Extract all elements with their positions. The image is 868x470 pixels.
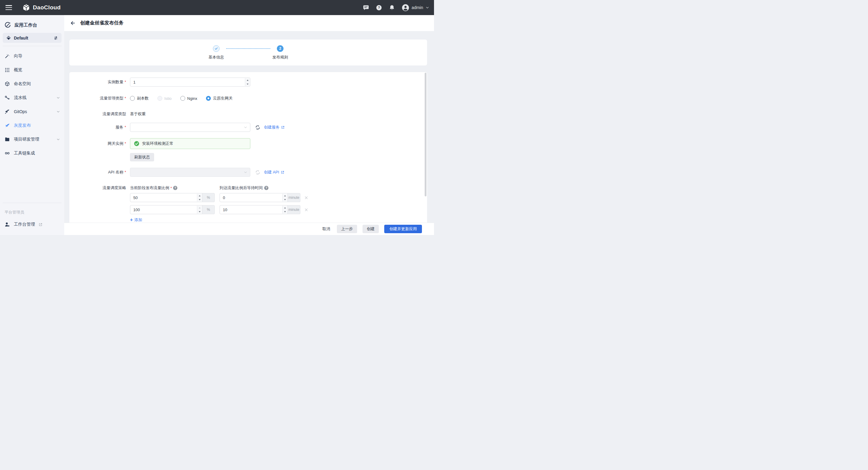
sidebar-item-gitops[interactable]: GitOps [0, 105, 64, 119]
top-navbar: DaoCloud ? admin [0, 0, 434, 15]
spinner-down-icon[interactable] [197, 197, 202, 201]
user-menu[interactable]: admin [402, 4, 429, 11]
notification-bell-icon[interactable] [389, 4, 395, 11]
sidebar-item-project-management[interactable]: 项目研发管理 [0, 132, 64, 146]
cancel-button[interactable]: 取消 [322, 226, 330, 232]
sidebar-item-namespace[interactable]: 命名空间 [0, 77, 64, 91]
spinner-down-icon[interactable] [283, 197, 287, 201]
percent-unit: % [203, 205, 215, 214]
chevron-down-icon [56, 137, 60, 141]
traffic-type-label: 流量管理类型* [69, 94, 126, 103]
plus-icon: + [130, 218, 133, 222]
add-row-link[interactable]: + 添加 [130, 217, 308, 223]
svg-text:?: ? [378, 6, 380, 9]
rocket-icon [4, 109, 10, 114]
refresh-service-icon[interactable] [255, 125, 260, 130]
sidebar-divider [3, 203, 62, 203]
spinner-down-icon[interactable] [283, 210, 287, 214]
radio-cloud-native-gateway[interactable]: 云原生网关 [206, 96, 232, 101]
create-button[interactable]: 创建 [363, 225, 379, 233]
help-icon[interactable]: ? [264, 186, 269, 190]
wait-unit: minute [288, 193, 300, 202]
chevron-down-icon [426, 6, 429, 9]
percent-input-box [130, 205, 203, 214]
help-icon[interactable]: ? [376, 4, 382, 11]
step-label: 发布规则 [272, 55, 288, 60]
help-icon[interactable]: ? [173, 186, 177, 190]
spinner-up-icon[interactable] [283, 206, 287, 210]
bird-icon [4, 123, 10, 128]
schedule-type-label: 流量调度类型 [69, 111, 126, 117]
brand-name: DaoCloud [33, 4, 61, 11]
api-name-label: API 名称* [69, 168, 126, 177]
create-and-update-button[interactable]: 创建并更新应用 [384, 225, 422, 233]
refresh-api-icon [255, 170, 260, 175]
stepper-card: 基本信息 2 发布规则 [69, 39, 427, 65]
brand-logo: DaoCloud [22, 4, 61, 11]
radio-icon [130, 96, 135, 101]
external-link-icon [281, 170, 284, 174]
create-api-link[interactable]: 创建 API [264, 169, 284, 175]
external-link-icon [39, 223, 42, 226]
hamburger-menu-icon[interactable] [5, 5, 12, 10]
sidebar-item-wizard[interactable]: 向导 [0, 49, 64, 63]
required-asterisk: * [125, 94, 126, 103]
required-asterisk: * [125, 123, 126, 132]
wait-input[interactable] [220, 206, 287, 214]
strategy-percent-header: 当前阶段发布流量比例 * ? [130, 185, 220, 191]
sidebar-item-label: 工具链集成 [14, 151, 35, 156]
refresh-status-button[interactable]: 刷新状态 [130, 153, 154, 161]
wand-icon [4, 53, 10, 59]
scrollbar-thumb[interactable] [425, 73, 427, 196]
required-asterisk: * [125, 168, 126, 177]
strategy-wait-header: 到达流量比例后等待时间 ? [220, 185, 269, 191]
sidebar-title: 应用工作台 [14, 22, 37, 28]
grid-dots-icon [4, 67, 10, 73]
workspace-selector[interactable]: Default [3, 33, 62, 43]
chevron-down-icon [244, 170, 247, 174]
required-asterisk: * [125, 77, 126, 87]
instances-input[interactable] [130, 78, 250, 86]
sidebar-item-label: 工作台管理 [14, 222, 35, 227]
traffic-type-radio-group: 副本数 Istio Nginx 云原生网关 [130, 94, 232, 103]
spinner-up-icon[interactable] [283, 194, 287, 197]
service-select[interactable] [130, 123, 250, 132]
chat-icon[interactable] [363, 4, 369, 11]
page-title: 创建金丝雀发布任务 [80, 20, 124, 26]
sidebar-item-overview[interactable]: 概览 [0, 63, 64, 77]
radio-replicas[interactable]: 副本数 [130, 96, 149, 101]
sidebar-section-label: 平台管理员 [0, 206, 64, 218]
radio-istio: Istio [157, 96, 172, 101]
sidebar-item-pipeline[interactable]: 流水线 [0, 91, 64, 105]
percent-input[interactable] [130, 193, 202, 202]
wait-input[interactable] [220, 193, 287, 202]
instances-spinner [245, 78, 250, 86]
sidebar: 应用工作台 Default 向导 概览 [0, 15, 64, 235]
switch-workspace-icon[interactable] [53, 36, 58, 40]
spinner-down-icon[interactable] [197, 210, 202, 214]
cube-icon [4, 81, 10, 87]
workspace-name: Default [14, 36, 28, 40]
sidebar-item-label: 命名空间 [14, 81, 31, 87]
spinner-up-icon[interactable] [245, 78, 250, 82]
sidebar-item-toolchain[interactable]: 工具链集成 [0, 146, 64, 160]
back-arrow-icon[interactable] [70, 20, 76, 26]
spinner-down-icon[interactable] [245, 82, 250, 86]
previous-step-button[interactable]: 上一步 [337, 225, 357, 233]
service-label: 服务* [69, 123, 126, 132]
spinner-up-icon[interactable] [197, 194, 202, 197]
required-asterisk: * [125, 138, 126, 149]
radio-icon [157, 96, 162, 101]
sidebar-item-canary-release[interactable]: 灰度发布 [0, 119, 64, 132]
wait-input-box [220, 193, 288, 202]
radio-nginx[interactable]: Nginx [180, 96, 197, 101]
step-basic-info: 基本信息 [208, 45, 224, 60]
schedule-type-value: 基于权重 [130, 111, 146, 117]
remove-row-icon[interactable] [304, 208, 308, 212]
create-service-link[interactable]: 创建服务 [264, 125, 285, 130]
spinner-up-disabled-icon [197, 206, 202, 210]
sidebar-item-label: 流水线 [14, 95, 27, 100]
remove-row-icon[interactable] [304, 196, 308, 200]
sidebar-item-workbench-admin[interactable]: 工作台管理 [0, 218, 64, 231]
percent-input[interactable] [130, 206, 202, 214]
